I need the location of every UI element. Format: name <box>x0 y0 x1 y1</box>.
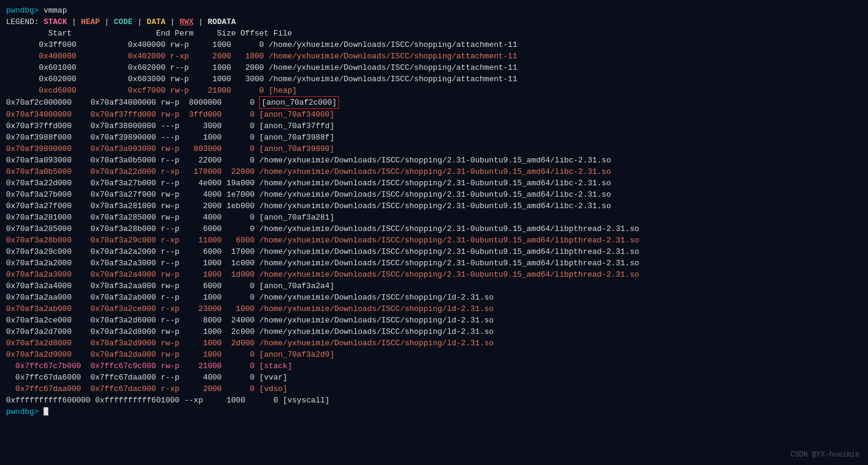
table-row: 0x7ffc67c7b000 0x7ffc67c9c000 rw-p 21000… <box>6 360 862 372</box>
table-row: 0x7ffc67daa000 0x7ffc67dac000 r-xp 2000 … <box>6 383 862 395</box>
table-row: 0x70af3a27f000 0x70af3a281000 rw-p 2000 … <box>6 200 862 212</box>
table-row: 0x3ff000 0x400000 rw-p 1000 0 /home/yxhu… <box>6 39 862 51</box>
terminal: pwndbg> vmmap LEGEND: STACK | HEAP | COD… <box>0 0 868 465</box>
table-header: Start End Perm Size Offset File <box>6 28 862 39</box>
table-row: 0x601000 0x602000 r--p 1000 2000 /home/y… <box>6 62 862 73</box>
table-row: 0x70af3a2ab000 0x70af3a2ce000 r-xp 23000… <box>6 303 862 315</box>
table-row: 0x70af3a0b5000 0x70af3a22d000 r-xp 17800… <box>6 166 862 177</box>
sep5: | <box>194 17 207 26</box>
table-row: 0xcd6000 0xcf7000 rw-p 21000 0 [heap] <box>6 85 862 96</box>
table-row: 0x70af3a2a4000 0x70af3a2aa000 rw-p 6000 … <box>6 280 862 292</box>
table-row: 0x70af3a2a2000 0x70af3a2a3000 r--p 1000 … <box>6 257 862 269</box>
table-row: 0x70af3a27b000 0x70af3a27f000 rw-p 4000 … <box>6 189 862 200</box>
command-line: pwndbg> vmmap <box>6 5 862 16</box>
table-row: 0x70af3988f000 0x70af39890000 ---p 1000 … <box>6 132 862 143</box>
sep3: | <box>133 17 147 26</box>
legend-rodata: RODATA <box>208 17 236 26</box>
prompt: pwndbg> <box>6 6 43 15</box>
sep1: | <box>67 17 81 26</box>
command: vmmap <box>43 6 67 15</box>
table-row: 0x70af3a093000 0x70af3a0b5000 r--p 22000… <box>6 155 862 166</box>
end-prompt-line[interactable]: pwndbg> █ <box>6 406 862 417</box>
table-row: 0x70af34000000 0x70af37ffd000 rw-p 3ffd0… <box>6 109 862 120</box>
cursor: █ <box>43 407 48 416</box>
header-text: Start End Perm Size Offset File <box>6 29 292 38</box>
sep2: | <box>100 17 114 26</box>
table-row: 0x7ffc67da6000 0x7ffc67daa000 r--p 4000 … <box>6 372 862 383</box>
table-row: 0x70af3a2aa000 0x70af3a2ab000 r--p 1000 … <box>6 292 862 303</box>
sep4: | <box>165 17 179 26</box>
table-row: 0xffffffffff600000 0xffffffffff601000 --… <box>6 395 862 406</box>
table-row: 0x400000 0x402000 r-xp 2000 1000 /home/y… <box>6 51 862 62</box>
legend-line: LEGEND: STACK | HEAP | CODE | DATA | RWX… <box>6 16 862 28</box>
table-row: 0x70af3a285000 0x70af3a28b000 r--p 6000 … <box>6 223 862 235</box>
legend-heap: HEAP <box>81 17 100 26</box>
table-row: 0x70af3a22d000 0x70af3a27b000 r--p 4e000… <box>6 177 862 189</box>
table-row: 0x70af39890000 0x70af3a093000 rw-p 80300… <box>6 143 862 155</box>
legend-code: CODE <box>114 17 132 26</box>
legend-rwx: RWX <box>180 17 194 26</box>
legend-data: DATA <box>147 17 165 26</box>
table-row: 0x70af3a281000 0x70af3a285000 rw-p 4000 … <box>6 212 862 223</box>
table-row: 0x70af3a2d7000 0x70af3a2d8000 rw-p 1000 … <box>6 326 862 337</box>
table-row: 0x70af3a2a3000 0x70af3a2a4000 rw-p 1000 … <box>6 269 862 280</box>
legend-label: LEGEND: <box>6 17 43 26</box>
table-row: 0x70af37ffd000 0x70af38000000 ---p 3000 … <box>6 120 862 132</box>
watermark: CSDN @YX-hueimie <box>790 451 860 459</box>
table-row: 0x70af3a2ce000 0x70af3a2d6000 r--p 8000 … <box>6 315 862 326</box>
highlighted-cell: [anon_70af2c000] <box>259 96 339 109</box>
table-row: 0x70af3a2d8000 0x70af3a2d9000 rw-p 1000 … <box>6 337 862 349</box>
legend-stack: STACK <box>43 17 67 26</box>
table-row: 0x602000 0x603000 rw-p 1000 3000 /home/y… <box>6 73 862 85</box>
table-row: 0x70af3a29c000 0x70af3a2a2000 r--p 6000 … <box>6 246 862 257</box>
end-prompt: pwndbg> <box>6 407 43 416</box>
table-row: 0x70af3a28b000 0x70af3a29c000 r-xp 11000… <box>6 235 862 246</box>
table-row: 0x70af3a2d9000 0x70af3a2da000 rw-p 1000 … <box>6 349 862 360</box>
table-row-highlighted: 0x70af2c000000 0x70af34000000 rw-p 80000… <box>6 96 862 109</box>
